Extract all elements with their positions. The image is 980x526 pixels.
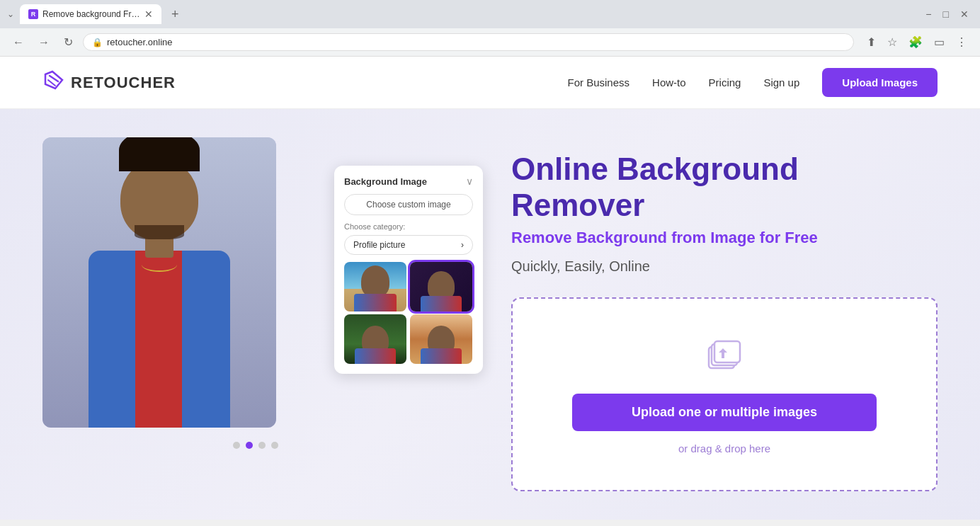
logo-text: RETOUCHER [71, 74, 176, 92]
category-label: Choose category: [344, 222, 473, 231]
logo-icon [42, 69, 65, 96]
website: RETOUCHER For Business How-to Pricing Si… [0, 57, 980, 520]
hero-background-image [42, 137, 276, 428]
category-arrow-icon: › [461, 240, 464, 250]
chevron-down-icon: ⌄ [7, 9, 14, 19]
lock-icon: 🔒 [92, 38, 103, 47]
category-select[interactable]: Profile picture › [344, 235, 473, 255]
new-tab-button[interactable]: + [167, 6, 183, 23]
browser-chrome: ⌄ R Remove background From Imag... ✕ + −… [0, 0, 980, 57]
drag-drop-text: or drag & drop here [678, 442, 770, 454]
carousel-dot-4[interactable] [271, 442, 278, 449]
bg-thumbnail-dark[interactable] [410, 262, 472, 311]
nav-for-business[interactable]: For Business [568, 76, 630, 88]
bg-thumbnail-mountain[interactable] [410, 314, 472, 364]
panel-header: Background Image ∨ [344, 176, 473, 187]
hero-left: Background Image ∨ Choose custom image C… [42, 137, 469, 449]
window-controls: − □ ✕ [921, 7, 973, 21]
browser-toolbar-icons: ⬆ ☆ 🧩 ▭ ⋮ [862, 33, 972, 52]
tab-close-button[interactable]: ✕ [144, 8, 153, 20]
share-icon[interactable]: ⬆ [862, 33, 880, 52]
main-nav: For Business How-to Pricing Sign up Uplo… [568, 68, 938, 97]
minimize-button[interactable]: − [921, 7, 935, 21]
category-value: Profile picture [353, 240, 405, 250]
panel-title: Background Image [344, 176, 427, 187]
carousel-dots [42, 442, 469, 449]
maximize-button[interactable]: □ [939, 7, 953, 21]
site-header: RETOUCHER For Business How-to Pricing Si… [0, 57, 980, 109]
logo-link[interactable]: RETOUCHER [42, 69, 176, 96]
panel-chevron-icon: ∨ [466, 176, 473, 187]
menu-icon[interactable]: ⋮ [952, 33, 972, 52]
nav-pricing[interactable]: Pricing [709, 76, 741, 88]
carousel-dot-3[interactable] [258, 442, 266, 449]
bookmark-icon[interactable]: ☆ [883, 33, 901, 52]
background-panel: Background Image ∨ Choose custom image C… [334, 166, 483, 374]
browser-toolbar: ← → ↻ 🔒 ⬆ ☆ 🧩 ▭ ⋮ [0, 28, 980, 56]
reload-button[interactable]: ↻ [59, 33, 77, 52]
url-input[interactable] [107, 37, 845, 47]
forward-button[interactable]: → [34, 33, 54, 52]
address-bar[interactable]: 🔒 [83, 33, 854, 51]
bg-thumbnail-sky[interactable] [344, 262, 406, 311]
hero-tagline: Quickly, Easily, Online [511, 258, 938, 275]
extensions-icon[interactable]: 🧩 [904, 33, 927, 52]
close-button[interactable]: ✕ [956, 7, 973, 21]
background-thumbnails [344, 262, 473, 364]
upload-icon [702, 334, 747, 382]
upload-drop-zone[interactable]: Upload one or multiple images or drag & … [511, 297, 938, 491]
choose-custom-button[interactable]: Choose custom image [344, 194, 473, 215]
nav-sign-up[interactable]: Sign up [763, 76, 799, 88]
browser-titlebar: ⌄ R Remove background From Imag... ✕ + −… [0, 0, 980, 28]
toggle-sidebar-icon[interactable]: ▭ [930, 33, 949, 52]
tab-title: Remove background From Imag... [42, 9, 140, 19]
tab-favicon: R [28, 9, 38, 19]
browser-tab[interactable]: R Remove background From Imag... ✕ [20, 4, 161, 24]
hero-section: Background Image ∨ Choose custom image C… [0, 109, 980, 520]
nav-how-to[interactable]: How-to [652, 76, 686, 88]
hero-heading: Online Background Remover [511, 151, 938, 223]
hero-subheading: Remove Background from Image for Free [511, 229, 938, 247]
header-upload-button[interactable]: Upload Images [822, 68, 938, 97]
hero-right: Online Background Remover Remove Backgro… [511, 137, 938, 491]
carousel-dot-1[interactable] [233, 442, 240, 449]
bg-thumbnail-nature[interactable] [344, 314, 406, 364]
back-button[interactable]: ← [8, 33, 28, 52]
carousel-dot-2[interactable] [246, 442, 253, 449]
upload-images-button[interactable]: Upload one or multiple images [572, 394, 877, 431]
svg-rect-2 [714, 341, 740, 362]
